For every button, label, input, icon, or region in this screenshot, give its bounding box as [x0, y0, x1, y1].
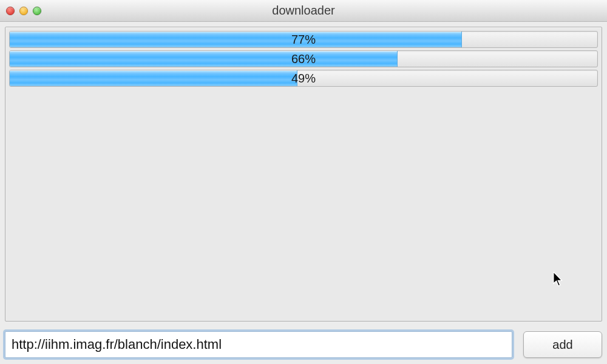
titlebar: downloader: [0, 0, 607, 22]
download-list: 77% 66% 49%: [5, 27, 602, 322]
download-row: 49%: [9, 70, 598, 87]
close-icon[interactable]: [6, 7, 15, 15]
progress-fill: [10, 51, 398, 67]
content-area: 77% 66% 49%: [0, 22, 607, 322]
progress-bar: 77%: [9, 31, 598, 48]
window-title: downloader: [0, 4, 607, 18]
download-row: 66%: [9, 50, 598, 67]
url-input[interactable]: [5, 331, 512, 358]
progress-fill: [10, 70, 297, 86]
add-button[interactable]: add: [523, 331, 602, 358]
minimize-icon[interactable]: [19, 7, 28, 15]
download-row: 77%: [9, 31, 598, 48]
progress-bar: 66%: [9, 50, 598, 67]
progress-fill: [10, 32, 462, 47]
progress-bar: 49%: [9, 70, 598, 87]
traffic-lights: [6, 7, 41, 15]
zoom-icon[interactable]: [33, 7, 41, 15]
bottom-bar: add: [5, 331, 602, 358]
